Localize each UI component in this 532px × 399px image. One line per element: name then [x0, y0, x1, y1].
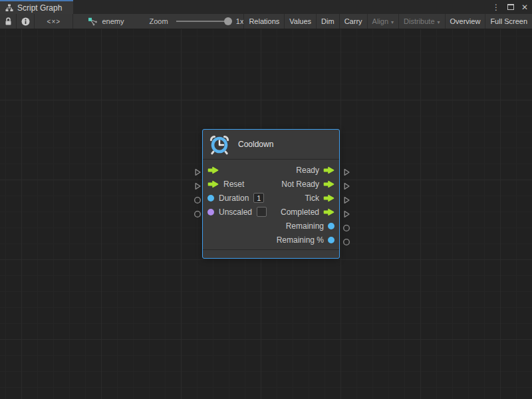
- external-flow-output-port[interactable]: [342, 181, 350, 189]
- tab-title: Script Graph: [17, 3, 62, 13]
- breadcrumb-label: enemy: [102, 17, 124, 25]
- info-button[interactable]: [17, 14, 35, 29]
- graph-hierarchy-icon: [5, 4, 13, 12]
- node-row: UnscaledCompleted: [203, 205, 339, 219]
- external-value-input-port[interactable]: [194, 195, 201, 203]
- toolbar-buttons: RelationsValuesDimCarryAlign▾Distribute▾…: [243, 14, 532, 29]
- title-bar: Script Graph ⋮ ✕: [0, 0, 532, 14]
- port-label: Duration: [219, 194, 249, 203]
- zoom-slider[interactable]: [176, 21, 230, 22]
- value-output-port-remaining[interactable]: Remaining: [286, 221, 334, 231]
- value-port-dot: [207, 195, 214, 201]
- port-label: Remaining: [286, 221, 324, 231]
- maximize-icon[interactable]: [507, 4, 514, 10]
- external-flow-output-port[interactable]: [342, 209, 350, 217]
- value-output-port-remaining[interactable]: Remaining %: [277, 235, 334, 245]
- toolbar-button-values[interactable]: Values: [284, 14, 316, 29]
- kebab-menu-icon[interactable]: ⋮: [492, 3, 500, 11]
- toolbar-button-label: Align: [372, 17, 388, 25]
- node-row: Duration1Tick: [203, 191, 339, 205]
- info-icon: [21, 17, 30, 26]
- toolbar-button-dim[interactable]: Dim: [316, 14, 339, 29]
- toolbar-button-full-screen[interactable]: Full Screen: [485, 14, 532, 29]
- flow-arrow-icon: [323, 180, 334, 188]
- external-value-input-port[interactable]: [194, 209, 201, 217]
- external-value-output-port[interactable]: [342, 237, 350, 245]
- inline-value-field[interactable]: 1: [253, 193, 264, 203]
- window-controls: ⋮ ✕: [492, 0, 528, 14]
- tab-script-graph[interactable]: Script Graph: [0, 0, 73, 14]
- node-body: ReadyResetNot ReadyDuration1TickUnscaled…: [203, 160, 339, 249]
- node-footer: [203, 249, 339, 257]
- flow-arrow-icon: [323, 166, 334, 174]
- node-header[interactable]: Cooldown: [203, 130, 339, 160]
- cooldown-node[interactable]: Cooldown ReadyResetNot ReadyDuration1Tic…: [202, 129, 340, 259]
- value-input-port-unscaled[interactable]: Unscaled: [207, 207, 267, 217]
- toolbar-button-align[interactable]: Align▾: [367, 14, 398, 29]
- port-label: Tick: [305, 194, 319, 203]
- toolbar-button-relations[interactable]: Relations: [243, 14, 284, 29]
- flow-arrow-icon: [323, 208, 334, 216]
- external-value-output-port[interactable]: [342, 223, 350, 231]
- dropdown-caret-icon: ▾: [391, 19, 394, 25]
- code-x-icon: <×>: [47, 18, 61, 25]
- flow-output-port-completed[interactable]: Completed: [281, 207, 334, 217]
- close-icon[interactable]: ✕: [521, 3, 528, 11]
- node-row: ResetNot Ready: [203, 177, 339, 191]
- value-port-dot: [328, 223, 334, 229]
- external-flow-output-port[interactable]: [342, 195, 350, 203]
- breadcrumb[interactable]: enemy: [88, 14, 124, 29]
- graph-asset-icon: [88, 17, 98, 26]
- flow-arrow-icon: [207, 166, 219, 174]
- flow-output-port-ready[interactable]: Ready: [296, 166, 334, 175]
- flow-input-port-reset[interactable]: Reset: [207, 180, 244, 189]
- external-flow-input-port[interactable]: [194, 181, 201, 189]
- script-graph-window: Script Graph ⋮ ✕ <×>: [0, 0, 532, 399]
- alarm-clock-icon: [208, 133, 231, 156]
- value-port-dot: [207, 209, 214, 215]
- toolbar-button-distribute[interactable]: Distribute▾: [398, 14, 444, 29]
- inline-checkbox[interactable]: [257, 207, 267, 217]
- node-row: Ready: [203, 163, 339, 177]
- node-row: Remaining %: [203, 233, 339, 247]
- node-row: Remaining: [203, 219, 339, 233]
- port-label: Unscaled: [219, 207, 252, 217]
- toolbar-button-overview[interactable]: Overview: [445, 14, 485, 29]
- zoom-label: Zoom: [149, 14, 168, 29]
- port-label: Completed: [281, 207, 319, 217]
- zoom-slider-handle[interactable]: [224, 17, 232, 25]
- flow-output-port-not-ready[interactable]: Not Ready: [281, 180, 334, 189]
- toolbar-button-label: Carry: [344, 17, 362, 25]
- toolbar-button-label: Values: [289, 17, 311, 25]
- toolbar-button-label: Overview: [450, 17, 481, 25]
- clear-connection-button[interactable]: <×>: [35, 14, 73, 29]
- value-input-port-duration[interactable]: Duration1: [207, 193, 264, 203]
- lock-icon: [5, 17, 12, 26]
- port-label: Not Ready: [281, 180, 319, 189]
- zoom-value: 1x: [236, 14, 244, 29]
- port-label: Remaining %: [277, 235, 324, 245]
- flow-output-port-tick[interactable]: Tick: [305, 194, 334, 203]
- flow-arrow-icon: [207, 180, 219, 188]
- graph-toolbar: <×> enemy Zoom 1x RelationsValuesDimCarr…: [0, 14, 532, 29]
- external-flow-input-port[interactable]: [194, 167, 201, 175]
- toolbar-button-label: Relations: [249, 17, 279, 25]
- port-label: Ready: [296, 166, 319, 175]
- graph-canvas[interactable]: Cooldown ReadyResetNot ReadyDuration1Tic…: [0, 29, 532, 399]
- lock-button[interactable]: [0, 14, 17, 29]
- toolbar-button-label: Dim: [321, 17, 334, 25]
- flow-arrow-icon: [323, 194, 334, 202]
- flow-input-port[interactable]: [207, 166, 219, 174]
- toolbar-button-label: Full Screen: [490, 17, 527, 25]
- value-port-dot: [328, 237, 334, 243]
- toolbar-button-carry[interactable]: Carry: [339, 14, 367, 29]
- toolbar-button-label: Distribute: [404, 17, 434, 25]
- port-label: Reset: [223, 180, 244, 189]
- node-title: Cooldown: [238, 140, 273, 149]
- dropdown-caret-icon: ▾: [438, 19, 440, 25]
- external-flow-output-port[interactable]: [342, 167, 350, 175]
